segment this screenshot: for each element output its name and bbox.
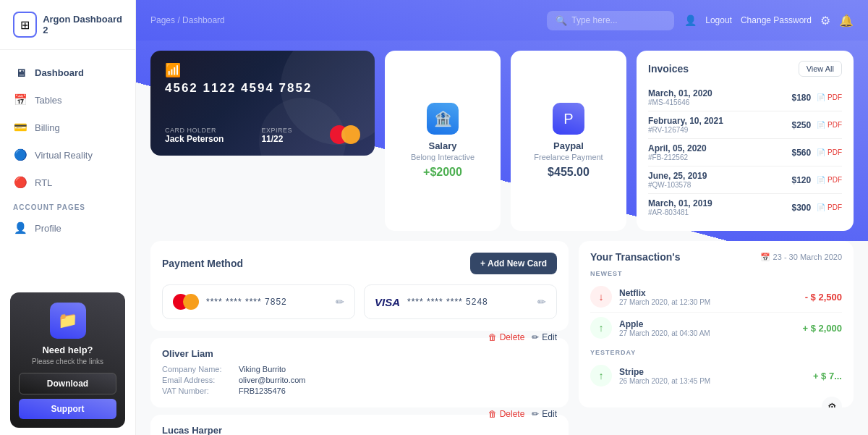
profile-icon: 👤 xyxy=(13,221,27,235)
invoice-row-0: March, 01, 2020 #MS-415646 $180 📄 PDF xyxy=(648,84,842,111)
invoice-ref-0: #MS-415646 xyxy=(648,98,712,106)
paypal-title: Paypal xyxy=(553,140,584,151)
search-box: 🔍 xyxy=(547,11,674,30)
sidebar-item-rtl[interactable]: 🔴 RTL xyxy=(0,169,135,196)
sidebar-item-dashboard[interactable]: 🖥 Dashboard xyxy=(0,59,135,86)
edit-button-0[interactable]: ✏ Edit xyxy=(532,332,557,342)
transactions-section: Your Transaction's 📅 23 - 30 March 2020 … xyxy=(579,241,854,407)
card-number: 4562 1122 4594 7852 xyxy=(165,81,360,96)
change-password-label[interactable]: Change Password xyxy=(741,15,812,25)
topbar: Pages / Dashboard 🔍 👤 Logout Change Pass… xyxy=(136,0,868,41)
trans-amount-yesterday-transactions-0: + $ 7... xyxy=(813,371,842,381)
invoice-ref-3: #QW-103578 xyxy=(648,181,707,189)
sidebar-item-label: Dashboard xyxy=(35,67,84,78)
visa-logo-1: VISA xyxy=(375,296,400,308)
payment-method-section: Payment Method + Add New Card **** **** … xyxy=(150,241,569,331)
edit-card-icon-0[interactable]: ✏ xyxy=(336,296,344,308)
payment-card-left-1: VISA **** **** **** 5248 xyxy=(375,296,488,308)
logo-icon: ⊞ xyxy=(13,12,37,38)
trans-name-newest-transactions-0: Netflix xyxy=(619,288,798,298)
edit-button-1[interactable]: ✏ Edit xyxy=(532,409,557,419)
newest-label: NEWEST xyxy=(590,270,842,277)
user-icon: 👤 xyxy=(684,14,697,26)
download-button[interactable]: Download xyxy=(19,373,116,394)
payment-method-header: Payment Method + Add New Card xyxy=(162,253,557,274)
invoice-date-2: April, 05, 2020 xyxy=(648,143,707,153)
settings-icon[interactable]: ⚙ xyxy=(820,14,830,28)
card-expires-value: 11/22 xyxy=(261,134,292,144)
delete-button-0[interactable]: 🗑 Delete xyxy=(488,332,525,342)
invoice-info-1: February, 10, 2021 #RV-126749 xyxy=(648,116,723,134)
invoice-info-0: March, 01, 2020 #MS-415646 xyxy=(648,88,712,106)
breadcrumb: Pages / Dashboard xyxy=(150,15,225,25)
mastercard-logo xyxy=(330,125,360,144)
add-new-card-button[interactable]: + Add New Card xyxy=(470,253,557,274)
pdf-button-0[interactable]: 📄 PDF xyxy=(817,93,842,101)
notifications-icon[interactable]: 🔔 xyxy=(839,14,854,28)
search-input[interactable] xyxy=(571,15,665,25)
invoice-row-1: February, 10, 2021 #RV-126749 $250 📄 PDF xyxy=(648,111,842,139)
invoices-list: March, 01, 2020 #MS-415646 $180 📄 PDF Fe… xyxy=(648,84,842,221)
trans-icon-newest-transactions-0: ↓ xyxy=(590,286,612,308)
invoice-right-1: $250 📄 PDF xyxy=(792,120,842,130)
payment-cards-list: **** **** **** 7852 ✏ VISA **** **** ***… xyxy=(162,284,557,319)
invoice-row-4: March, 01, 2019 #AR-803481 $300 📄 PDF xyxy=(648,194,842,221)
trans-name-yesterday-transactions-0: Stripe xyxy=(619,367,806,377)
card-expires-info: Expires 11/22 xyxy=(261,127,292,144)
invoices-panel: Invoices View All March, 01, 2020 #MS-41… xyxy=(637,51,854,231)
billing-actions-1: 🗑 Delete ✏ Edit xyxy=(488,409,557,419)
delete-button-1[interactable]: 🗑 Delete xyxy=(488,409,525,419)
card-holder-info: Card Holder Jack Peterson xyxy=(165,127,224,144)
breadcrumb-pages: Pages xyxy=(150,15,175,25)
pdf-button-1[interactable]: 📄 PDF xyxy=(817,121,842,129)
transactions-title: Your Transaction's xyxy=(590,251,680,263)
view-all-button[interactable]: View All xyxy=(799,61,842,77)
trans-name-newest-transactions-1: Apple xyxy=(619,319,795,329)
sidebar-item-profile[interactable]: 👤 Profile xyxy=(0,214,135,242)
trans-time-yesterday-transactions-0: 26 March 2020, at 13:45 PM xyxy=(619,377,806,385)
yesterday-transactions: ↑ Stripe 26 March 2020, at 13:45 PM + $ … xyxy=(590,360,842,391)
sidebar-nav: 🖥 Dashboard 📅 Tables 💳 Billing 🔵 Virtual… xyxy=(0,50,135,285)
billing-card-1: Lucas Harper 🗑 Delete ✏ Edit xyxy=(150,415,569,435)
sidebar-item-label: Billing xyxy=(35,122,60,133)
dashboard-icon: 🖥 xyxy=(13,65,27,80)
invoice-amount-4: $300 xyxy=(792,203,812,213)
edit-card-icon-1[interactable]: ✏ xyxy=(537,296,546,308)
sidebar-item-vr[interactable]: 🔵 Virtual Reality xyxy=(0,141,135,169)
newest-transactions: ↓ Netflix 27 March 2020, at 12:30 PM - $… xyxy=(590,282,842,343)
main-content: Pages / Dashboard 🔍 👤 Logout Change Pass… xyxy=(136,0,868,435)
edit-icon-0: ✏ xyxy=(532,332,539,342)
sidebar-item-label: Profile xyxy=(35,223,61,234)
trans-item-yesterday-transactions-0: ↑ Stripe 26 March 2020, at 13:45 PM + $ … xyxy=(590,360,842,391)
sidebar-help-box: 📁 Need help? Please check the links Down… xyxy=(10,292,125,428)
search-icon: 🔍 xyxy=(556,15,567,26)
mc-orange-circle xyxy=(341,125,360,144)
topbar-actions: 👤 Logout Change Password ⚙ 🔔 xyxy=(684,14,854,28)
sidebar-logo: ⊞ Argon Dashboard 2 xyxy=(0,0,135,50)
invoice-amount-1: $250 xyxy=(792,120,812,130)
paypal-amount: $455.00 xyxy=(548,166,590,179)
paypal-card: P Paypal Freelance Payment $455.00 xyxy=(511,51,626,231)
pdf-button-3[interactable]: 📄 PDF xyxy=(817,176,842,184)
sidebar-item-label: Tables xyxy=(35,95,62,106)
trans-item-newest-transactions-1: ↑ Apple 27 March 2020, at 04:30 AM + $ 2… xyxy=(590,313,842,343)
billing-email-0: Email Address: oliver@burrito.com xyxy=(162,376,557,384)
pdf-button-4[interactable]: 📄 PDF xyxy=(817,203,842,211)
card-holder-name: Jack Peterson xyxy=(165,134,224,144)
sidebar-item-tables[interactable]: 📅 Tables xyxy=(0,86,135,114)
card-holder-label: Card Holder xyxy=(165,127,224,134)
logout-label[interactable]: Logout xyxy=(705,15,732,25)
support-button[interactable]: Support xyxy=(19,399,116,419)
pdf-button-2[interactable]: 📄 PDF xyxy=(817,148,842,156)
payment-card-1: VISA **** **** **** 5248 ✏ xyxy=(364,284,557,319)
payment-card-0: **** **** **** 7852 ✏ xyxy=(162,284,355,319)
rtl-icon: 🔴 xyxy=(13,175,27,190)
salary-title: Salary xyxy=(428,140,456,151)
trans-info-newest-transactions-1: Apple 27 March 2020, at 04:30 AM xyxy=(619,319,795,337)
sidebar-item-billing[interactable]: 💳 Billing xyxy=(0,114,135,141)
trans-icon-yesterday-transactions-0: ↑ xyxy=(590,365,612,387)
transactions-settings-icon[interactable]: ⚙ xyxy=(822,397,842,407)
edit-icon-1: ✏ xyxy=(532,409,539,419)
invoice-ref-2: #FB-212562 xyxy=(648,153,707,161)
vr-icon: 🔵 xyxy=(13,148,27,162)
